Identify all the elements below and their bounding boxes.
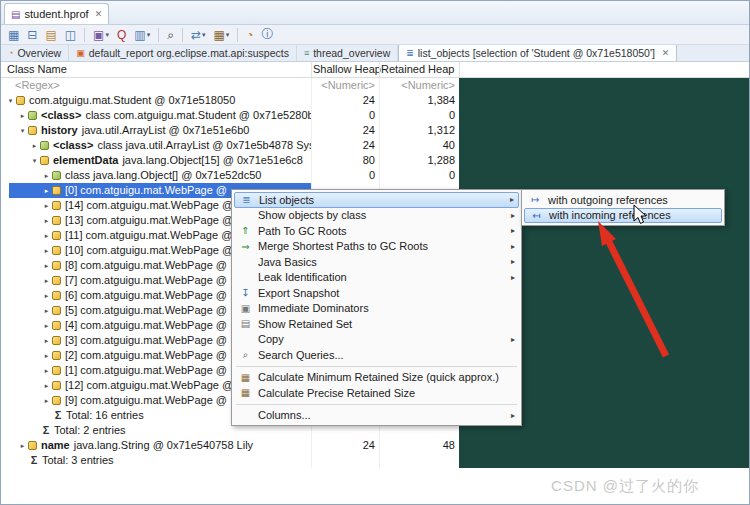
menu-item-merge-shortest-paths-to-gc-roots[interactable]: ⇒Merge Shortest Paths to GC Roots▸ [234, 239, 519, 255]
compare-button[interactable]: ⇄▾ [188, 26, 209, 43]
expand-arrow[interactable]: ▸ [29, 138, 40, 153]
row-tail [459, 153, 749, 168]
histogram-button[interactable]: ▦ [5, 26, 22, 43]
heap-dump-button[interactable]: ▥▾ [131, 26, 153, 43]
expand-arrow[interactable]: ▸ [17, 108, 28, 123]
expand-arrow[interactable]: ▸ [41, 168, 52, 183]
dominator-tree-button[interactable]: ⊟ [24, 26, 40, 43]
submenu-item-with-outgoing-references[interactable]: ↦with outgoing references [524, 192, 722, 208]
column-header-shallow-heap[interactable]: Shallow Heap [313, 63, 381, 75]
compare-icon: ⇄ [191, 28, 201, 42]
menu-item-label: Calculate Precise Retained Size [258, 387, 415, 399]
expand-arrow[interactable]: ▸ [41, 303, 52, 318]
table-row[interactable]: ▸namejava.lang.String @ 0x71e540758 Lily… [1, 438, 749, 453]
expand-arrow[interactable]: ▸ [41, 363, 52, 378]
top-consumers-button[interactable]: ▤ [42, 26, 59, 43]
column-divider [379, 62, 380, 77]
expand-arrow[interactable]: ▸ [41, 198, 52, 213]
query-browser-button[interactable]: ▣▾ [90, 26, 112, 43]
toolbar-separator [182, 28, 183, 42]
shallow-heap-value: 24 [311, 438, 375, 453]
duplicate-classes-button[interactable]: ◫ [62, 26, 79, 43]
menu-item-leak-identification[interactable]: Leak Identification▸ [234, 270, 519, 286]
collapse-arrow[interactable]: ▾ [17, 123, 28, 138]
row-content: ▸<class>class com.atguigu.mat.Student @ … [1, 108, 311, 123]
info-button[interactable]: ⓘ [259, 26, 277, 43]
table-row[interactable]: ▾elementDatajava.lang.Object[15] @ 0x71e… [1, 153, 749, 168]
row-label: [6] com.atguigu.mat.WebPage @ [65, 288, 227, 303]
retained-heap-value: 1,312 [379, 123, 455, 138]
menu-item-export-snapshot[interactable]: ↧Export Snapshot [234, 285, 519, 301]
table-row[interactable]: ▸<class>class java.util.ArrayList @ 0x71… [1, 138, 749, 153]
view-tab-thread-overview[interactable]: ≡thread_overview [297, 45, 398, 61]
editor-tab-close-icon[interactable]: ✕ [95, 9, 103, 19]
object-icon [52, 201, 61, 210]
retained-heap-value: 0 [379, 168, 455, 183]
toolbar-separator [237, 28, 238, 42]
menu-item-show-retained-set[interactable]: ▤Show Retained Set [234, 316, 519, 332]
search-button[interactable]: ⌕ [164, 26, 177, 43]
object-icon [52, 276, 61, 285]
view-tab-label: default_report org.eclipse.mat.api:suspe… [89, 47, 289, 59]
expand-arrow[interactable]: ▸ [41, 348, 52, 363]
row-tail [459, 93, 749, 108]
expand-arrow[interactable]: ▸ [41, 333, 52, 348]
menu-item-calculate-minimum-retained-size-quick-approx[interactable]: ▦Calculate Minimum Retained Size (quick … [234, 370, 519, 386]
expand-arrow[interactable]: ▸ [17, 438, 28, 453]
row-content: ▾historyjava.util.ArrayList @ 0x71e51e6b… [1, 123, 311, 138]
view-tab-default-report[interactable]: ▣default_report org.eclipse.mat.api:susp… [69, 45, 297, 61]
object-icon [28, 126, 37, 135]
menu-item-list-objects[interactable]: ≣List objects▸ [234, 192, 519, 208]
menu-item-calculate-precise-retained-size[interactable]: ▦Calculate Precise Retained Size [234, 385, 519, 401]
filter-row[interactable]: <Regex><Numeric><Numeric> [1, 78, 749, 93]
expand-arrow[interactable]: ▸ [41, 273, 52, 288]
expand-arrow[interactable]: ▸ [41, 213, 52, 228]
submenu-arrow-icon: ▸ [511, 226, 515, 235]
view-tab-overview[interactable]: ◔Overview [1, 45, 69, 61]
object-icon [52, 366, 61, 375]
menu-item-java-basics[interactable]: Java Basics▸ [234, 254, 519, 270]
expand-arrow[interactable]: ▸ [41, 228, 52, 243]
menu-item-columns[interactable]: Columns...▸ [234, 408, 519, 424]
menu-item-search-queries[interactable]: ⌕Search Queries... [234, 347, 519, 363]
view-tab-label: list_objects [selection of 'Student @ 0x… [418, 47, 655, 59]
submenu-item-with-incoming-references[interactable]: ↤with incoming references [524, 208, 722, 224]
expand-arrow[interactable]: ▸ [41, 393, 52, 408]
table-row[interactable]: ▸class java.lang.Object[] @ 0x71e52dc500… [1, 168, 749, 183]
close-icon[interactable]: ✕ [662, 48, 670, 58]
menu-item-copy[interactable]: Copy▸ [234, 332, 519, 348]
collapse-arrow[interactable]: ▾ [29, 153, 40, 168]
object-icon [52, 231, 61, 240]
menu-item-path-to-gc-roots[interactable]: ⇑Path To GC Roots▸ [234, 223, 519, 239]
object-icon [52, 336, 61, 345]
row-tail [459, 78, 749, 93]
object-icon [52, 291, 61, 300]
submenu-arrow-icon: ▸ [511, 335, 515, 344]
editor-tab-student-hprof[interactable]: ▤ student.hprof ✕ [4, 3, 109, 24]
expand-arrow[interactable]: ▸ [41, 243, 52, 258]
calculator-button[interactable]: ▦▾ [210, 26, 232, 43]
menu-item-immediate-dominators[interactable]: ▣Immediate Dominators [234, 301, 519, 317]
expand-arrow[interactable]: ▸ [41, 183, 52, 198]
total-row[interactable]: ΣTotal: 3 entries [1, 453, 749, 468]
column-header-retained-heap[interactable]: Retained Heap [381, 63, 454, 75]
oql-button[interactable]: Q [114, 26, 129, 43]
histogram-icon: ▦ [8, 28, 19, 42]
row-label: [0] com.atguigu.mat.WebPage @ [65, 183, 227, 198]
table-row[interactable]: ▾historyjava.util.ArrayList @ 0x71e51e6b… [1, 123, 749, 138]
expand-arrow[interactable]: ▸ [41, 378, 52, 393]
mat-window: ▤ student.hprof ✕ ▦⊟▤◫▣▾Q▥▾⌕⇄▾▦▾◔ⓘ ◔Over… [0, 0, 750, 505]
menu-item-label: with outgoing references [548, 194, 668, 206]
table-row[interactable]: ▾com.atguigu.mat.Student @ 0x71e51805024… [1, 93, 749, 108]
column-header-class-name[interactable]: Class Name [7, 63, 67, 75]
expand-arrow[interactable]: ▸ [41, 258, 52, 273]
collapse-arrow[interactable]: ▾ [5, 93, 16, 108]
toolbar-separator [84, 28, 85, 42]
table-row[interactable]: ▸<class>class com.atguigu.mat.Student @ … [1, 108, 749, 123]
column-divider [311, 62, 312, 77]
expand-arrow[interactable]: ▸ [41, 318, 52, 333]
menu-item-show-objects-by-class[interactable]: Show objects by class▸ [234, 208, 519, 224]
expand-arrow[interactable]: ▸ [41, 288, 52, 303]
pie-chart-button[interactable]: ◔ [243, 26, 256, 43]
view-tab-list-objects[interactable]: ≣list_objects [selection of 'Student @ 0… [398, 45, 677, 61]
